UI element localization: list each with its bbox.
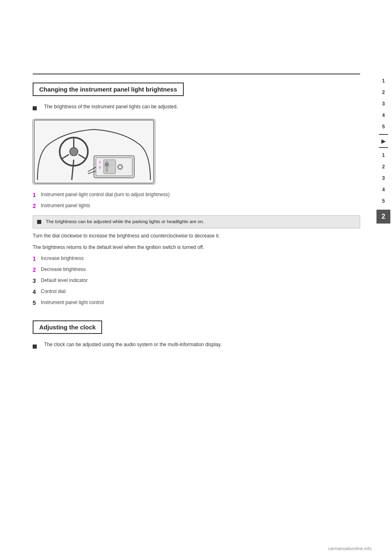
brightness-item-4b: 4 Control dial xyxy=(33,288,360,296)
nav-arrow: ▶ xyxy=(381,138,386,144)
item-text-1: Instrument panel light control dial (tur… xyxy=(41,191,360,198)
section-brightness: Changing the instrument panel light brig… xyxy=(33,83,360,307)
brightness-item-1: 1 Instrument panel light control dial (t… xyxy=(33,191,360,199)
section-clock-title: Adjusting the clock xyxy=(33,320,102,334)
nav-num-4b[interactable]: 4 xyxy=(376,184,390,195)
item-text-3b: Default level indicator xyxy=(41,277,360,284)
brightness-items-list2: 1 Increase brightness 2 Decrease brightn… xyxy=(33,255,360,307)
clock-bullet-icon xyxy=(33,345,37,349)
section-intro-line: The brightness of the instrument panel l… xyxy=(33,103,360,114)
main-content: Changing the instrument panel light brig… xyxy=(0,0,376,365)
svg-rect-11 xyxy=(104,160,116,174)
chapter-box: 2 xyxy=(376,210,390,224)
nav-num-5b[interactable]: 5 xyxy=(376,196,390,206)
item-text-2b: Decrease brightness xyxy=(41,266,360,273)
note-bullet-icon xyxy=(37,220,41,224)
nav-num-1[interactable]: 1 xyxy=(376,76,390,86)
brightness-item-2: 2 Instrument panel lights xyxy=(33,202,360,210)
brightness-item-3b: 3 Default level indicator xyxy=(33,277,360,285)
item-num-1b: 1 xyxy=(33,255,41,263)
clock-intro-text: The clock can be adjusted using the audi… xyxy=(44,340,222,349)
nav-num-4[interactable]: 4 xyxy=(376,110,390,121)
intro-text: The brightness of the instrument panel l… xyxy=(44,103,178,111)
svg-point-3 xyxy=(70,148,78,156)
nav-num-2b[interactable]: 2 xyxy=(376,161,390,172)
item-text-2: Instrument panel lights xyxy=(41,202,360,209)
top-rule xyxy=(33,74,360,74)
item-num-5b: 5 xyxy=(33,299,41,307)
dashboard-svg: 1 2 xyxy=(33,119,155,184)
brightness-body1: Turn the dial clockwise to increase the … xyxy=(33,232,360,240)
instrument-illustration: 1 2 xyxy=(33,119,155,184)
svg-rect-12 xyxy=(106,161,108,172)
brightness-note-box: The brightness can be adjusted while the… xyxy=(33,215,360,228)
brightness-item-2b: 2 Decrease brightness xyxy=(33,266,360,274)
watermark: carmanualsonline.info xyxy=(328,546,372,551)
item-num-2b: 2 xyxy=(33,266,41,274)
nav-num-2[interactable]: 2 xyxy=(376,87,390,98)
brightness-item-5b: 5 Instrument panel light control xyxy=(33,299,360,307)
clock-intro-line: The clock can be adjusted using the audi… xyxy=(33,340,360,352)
svg-rect-13 xyxy=(105,163,109,166)
nav-num-3b[interactable]: 3 xyxy=(376,173,390,184)
item-text-1b: Increase brightness xyxy=(41,255,360,262)
nav-divider-bottom xyxy=(379,147,388,148)
item-text-4b: Control dial xyxy=(41,288,360,295)
item-num-1: 1 xyxy=(33,191,41,199)
square-bullet-icon xyxy=(33,106,37,110)
brightness-body2: The brightness returns to the default le… xyxy=(33,243,360,251)
item-num-3b: 3 xyxy=(33,277,41,285)
section-brightness-title: Changing the instrument panel light brig… xyxy=(33,83,184,96)
nav-num-5[interactable]: 5 xyxy=(376,121,390,132)
item-text-5b: Instrument panel light control xyxy=(41,299,360,306)
brightness-items-list: 1 Instrument panel light control dial (t… xyxy=(33,191,360,210)
section-clock: Adjusting the clock The clock can be adj… xyxy=(33,320,360,352)
section-gap xyxy=(33,312,360,320)
svg-text:2: 2 xyxy=(99,166,101,169)
note-text: The brightness can be adjusted while the… xyxy=(46,219,204,224)
svg-text:1: 1 xyxy=(99,161,101,163)
item-num-4b: 4 xyxy=(33,288,41,296)
nav-num-3[interactable]: 3 xyxy=(376,98,390,109)
nav-num-1b[interactable]: 1 xyxy=(376,150,390,161)
sidebar-navigation: 1 2 3 4 5 ▶ 1 2 3 4 5 2 xyxy=(375,0,392,555)
item-num-2: 2 xyxy=(33,202,41,210)
nav-divider-top xyxy=(379,134,388,135)
brightness-item-1b: 1 Increase brightness xyxy=(33,255,360,263)
